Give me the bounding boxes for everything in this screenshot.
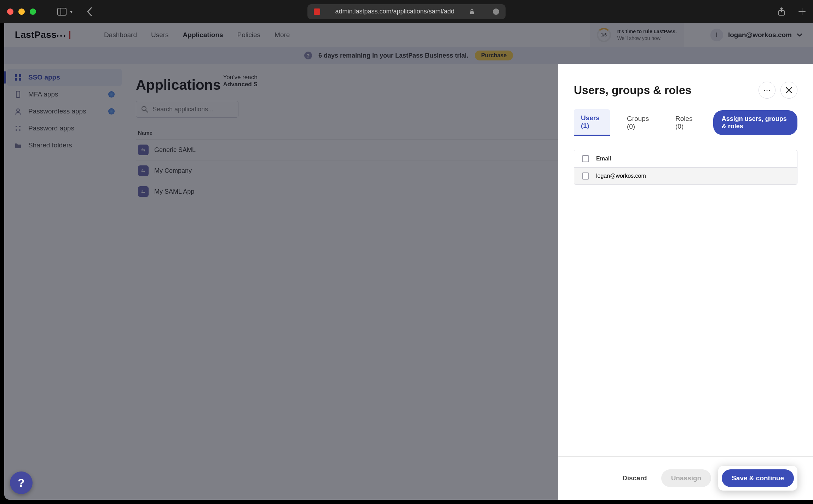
window-controls [7,8,36,15]
drawer-panel: Users, groups & roles ⋯ Users (1) Groups… [558,64,813,500]
ellipsis-icon: ⋯ [763,86,771,95]
tab-groups[interactable]: Groups (0) [620,110,658,135]
users-table-header: Email [574,150,797,168]
assign-button[interactable]: Assign users, groups & roles [713,110,797,135]
column-header-email: Email [596,156,611,162]
users-table: Email logan@workos.com [574,150,797,185]
drawer-footer: Discard Unassign Save & continue [558,456,813,500]
sidebar-toggle[interactable]: ▾ [57,8,73,16]
help-fab-button[interactable]: ? [10,471,33,494]
row-checkbox[interactable] [582,172,589,180]
unassign-button: Unassign [661,469,711,487]
row-email: logan@workos.com [596,173,646,179]
new-tab-icon[interactable] [798,8,806,16]
tab-users[interactable]: Users (1) [574,109,610,136]
drawer-tabs: Users (1) Groups (0) Roles (0) Assign us… [574,109,797,136]
save-continue-button[interactable]: Save & continue [722,469,794,487]
svg-rect-2 [470,11,474,14]
site-favicon-icon [314,8,320,15]
drawer-title: Users, groups & roles [574,84,754,97]
users-table-row[interactable]: logan@workos.com [574,168,797,184]
select-all-checkbox[interactable] [582,155,589,162]
drawer-body: Users (1) Groups (0) Roles (0) Assign us… [558,109,813,456]
window-zoom[interactable] [30,8,36,15]
share-icon[interactable] [778,7,785,16]
tab-roles[interactable]: Roles (0) [668,110,703,135]
discard-button[interactable]: Discard [615,469,654,487]
svg-rect-0 [58,8,66,15]
more-options-button[interactable]: ⋯ [759,82,775,99]
chevron-down-icon: ▾ [70,9,73,14]
browser-back[interactable] [87,7,92,16]
close-icon [786,87,792,93]
url-text: admin.lastpass.com/applications/saml/add [324,8,465,15]
close-drawer-button[interactable] [780,82,797,99]
window-minimize[interactable] [18,8,25,15]
app-window: LastPass••• Dashboard Users Applications… [4,23,813,500]
save-highlight: Save & continue [718,466,797,491]
reader-icon[interactable] [493,8,499,15]
browser-chrome: ▾ admin.lastpass.com/applications/saml/a… [0,0,813,23]
lock-icon [469,9,474,14]
window-close[interactable] [7,8,13,15]
address-bar[interactable]: admin.lastpass.com/applications/saml/add [307,4,506,19]
drawer-header: Users, groups & roles ⋯ [558,64,813,109]
